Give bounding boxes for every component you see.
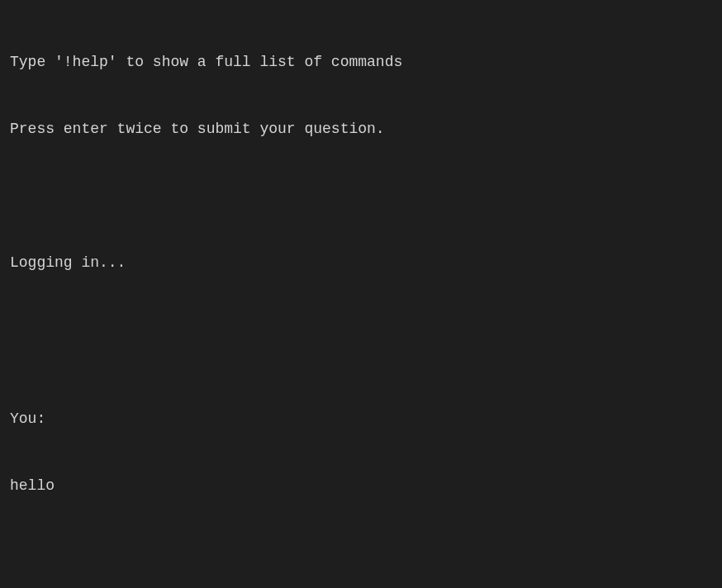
help-instruction: Type '!help' to show a full list of comm…	[10, 51, 712, 74]
submit-instruction: Press enter twice to submit your questio…	[10, 118, 712, 140]
terminal-output[interactable]: Type '!help' to show a full list of comm…	[10, 7, 712, 588]
user-label: You:	[10, 408, 712, 430]
blank-line	[10, 542, 712, 564]
blank-line	[10, 185, 712, 207]
login-status: Logging in...	[10, 252, 712, 274]
blank-line	[10, 319, 712, 341]
user-message: hello	[10, 475, 712, 497]
